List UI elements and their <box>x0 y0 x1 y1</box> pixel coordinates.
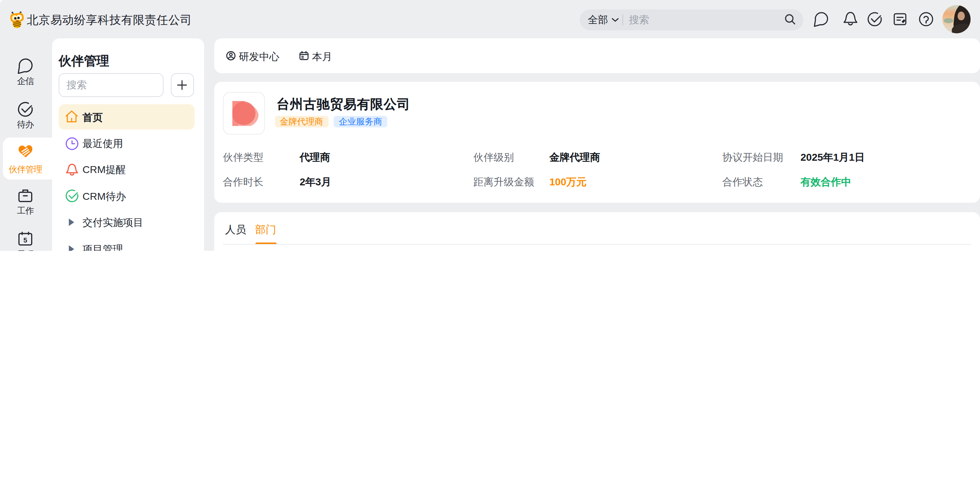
svg-text:5: 5 <box>24 236 27 244</box>
